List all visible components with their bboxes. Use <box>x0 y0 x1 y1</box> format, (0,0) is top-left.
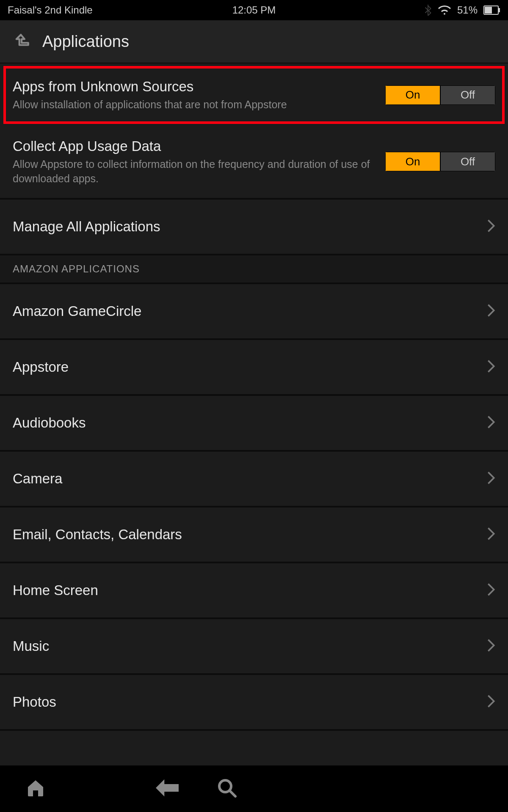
system-nav-bar <box>0 765 508 812</box>
nav-label: Appstore <box>13 358 69 376</box>
nav-photos[interactable]: Photos <box>0 675 508 731</box>
nav-label: Home Screen <box>13 582 98 599</box>
toggle-usage-data[interactable]: On Off <box>385 152 495 171</box>
wifi-icon <box>438 5 451 15</box>
back-arrow-icon[interactable] <box>156 779 179 799</box>
nav-label: Camera <box>13 470 62 487</box>
battery-percent: 51% <box>457 4 478 16</box>
chevron-right-icon <box>487 694 495 710</box>
nav-email-contacts-calendars[interactable]: Email, Contacts, Calendars <box>0 508 508 563</box>
setting-title: Apps from Unknown Sources <box>13 78 377 95</box>
setting-subtitle: Allow installation of applications that … <box>13 98 377 112</box>
nav-label: Amazon GameCircle <box>13 302 141 320</box>
chevron-right-icon <box>487 527 495 543</box>
svg-rect-2 <box>499 8 500 12</box>
nav-label: Manage All Applications <box>13 218 160 235</box>
toggle-on-button[interactable]: On <box>385 152 440 171</box>
back-up-icon[interactable] <box>13 32 30 51</box>
nav-manage-all-applications[interactable]: Manage All Applications <box>0 200 508 255</box>
toggle-unknown-sources[interactable]: On Off <box>385 85 495 105</box>
toggle-off-button[interactable]: Off <box>440 152 495 171</box>
setting-title: Collect App Usage Data <box>13 137 377 155</box>
status-bar: Faisal's 2nd Kindle 12:05 PM 51% <box>0 0 508 20</box>
chevron-right-icon <box>487 359 495 375</box>
chevron-right-icon <box>487 471 495 487</box>
nav-audiobooks[interactable]: Audiobooks <box>0 396 508 452</box>
page-title: Applications <box>42 33 129 51</box>
device-name: Faisal's 2nd Kindle <box>8 4 93 16</box>
settings-content: Apps from Unknown Sources Allow installa… <box>0 63 508 766</box>
nav-label: Photos <box>13 693 56 710</box>
nav-label: Music <box>13 637 49 655</box>
setting-subtitle: Allow Appstore to collect information on… <box>13 157 377 186</box>
nav-appstore[interactable]: Appstore <box>0 340 508 396</box>
nav-camera[interactable]: Camera <box>0 452 508 508</box>
setting-unknown-sources: Apps from Unknown Sources Allow installa… <box>3 66 505 124</box>
svg-line-4 <box>229 790 235 796</box>
nav-home-screen[interactable]: Home Screen <box>0 563 508 619</box>
chevron-right-icon <box>487 638 495 654</box>
chevron-right-icon <box>487 415 495 431</box>
chevron-right-icon <box>487 582 495 598</box>
svg-rect-1 <box>485 7 492 14</box>
chevron-right-icon <box>487 219 495 235</box>
nav-amazon-gamecircle[interactable]: Amazon GameCircle <box>0 284 508 340</box>
setting-usage-data: Collect App Usage Data Allow Appstore to… <box>0 126 508 200</box>
nav-label: Email, Contacts, Calendars <box>13 526 182 543</box>
nav-music[interactable]: Music <box>0 619 508 675</box>
bluetooth-icon <box>424 5 432 16</box>
home-icon[interactable] <box>25 778 46 800</box>
search-icon[interactable] <box>217 778 237 800</box>
toggle-off-button[interactable]: Off <box>440 85 495 105</box>
nav-label: Audiobooks <box>13 414 86 431</box>
chevron-right-icon <box>487 303 495 319</box>
toggle-on-button[interactable]: On <box>385 85 440 105</box>
battery-icon <box>483 5 500 15</box>
app-header: Applications <box>0 20 508 63</box>
section-header-amazon-applications: AMAZON APPLICATIONS <box>0 255 508 284</box>
